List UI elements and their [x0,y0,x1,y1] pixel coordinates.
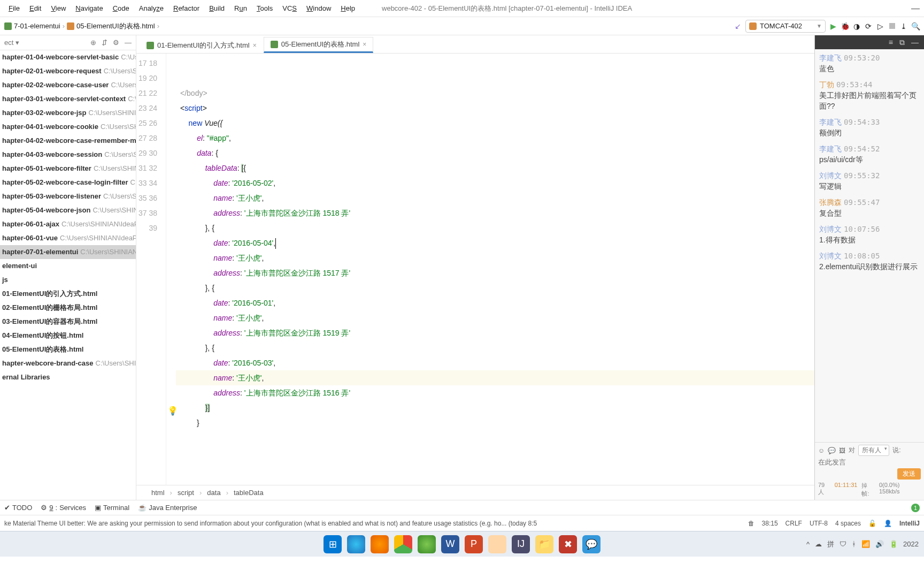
bluetooth-icon[interactable]: ᚼ [852,540,856,548]
menu-edit[interactable]: Edit [25,3,45,13]
chrome-icon[interactable] [394,535,412,553]
clock[interactable]: 2022 [903,540,919,548]
tray-chevron-icon[interactable]: ^ [806,540,810,548]
tree-item[interactable]: hapter-07-01-elementuiC:\Users\SHINIAN\I [0,245,136,259]
readonly-icon[interactable]: 🔓 [868,520,876,527]
locate-icon[interactable]: ⊕ [90,39,96,47]
send-button[interactable]: 发送 [897,468,921,480]
file-encoding[interactable]: UTF-8 [810,520,828,527]
app-icon[interactable] [488,535,506,553]
image-icon[interactable]: 🖼 [839,447,845,454]
chat-input[interactable] [818,456,921,468]
tree-item[interactable]: hapter-05-01-webcore-filterC:\Users\SHIN [0,162,136,176]
gear-icon[interactable]: ⚙ [113,39,119,47]
tree-item[interactable]: 01-ElementUI的引入方式.html [0,287,136,301]
tree-item[interactable]: hapter-06-01-vueC:\Users\SHINIAN\IdeaPro [0,231,136,245]
tree-item[interactable]: hapter-04-01-webcore-cookieC:\Users\SHIN [0,120,136,134]
app2-icon[interactable]: ✖ [559,535,577,553]
minimize-icon[interactable]: — [911,38,919,47]
menu-window[interactable]: Window [302,3,335,13]
menu-navigate[interactable]: Navigate [71,3,107,13]
profile-icon[interactable]: ⟳ [864,22,873,31]
tree-item[interactable]: element-ui [0,259,136,273]
line-gutter[interactable]: 17 18 19 20 21 22 23 24 25 26 27 28 29 3… [136,54,166,485]
defender-icon[interactable]: 🛡 [840,540,846,548]
fold-gutter[interactable] [166,54,176,485]
onedrive-icon[interactable]: ☁ [815,540,822,548]
tree-item[interactable]: js [0,273,136,287]
todo-tool[interactable]: ✔ TODO [4,504,32,512]
menu-tools[interactable]: Tools [252,3,277,13]
network-icon[interactable]: 📶 [861,540,870,548]
popout-icon[interactable]: ⧉ [899,38,905,47]
emoji-icon[interactable]: ☺ [818,447,825,454]
close-icon[interactable]: × [253,42,257,49]
tab-file-2[interactable]: 05-ElementUI的表格.html × [264,37,374,53]
breadcrumb-file[interactable]: 05-ElementUI的表格.html [76,21,155,31]
tree-item[interactable]: hapter-04-03-webcore-sessionC:\Users\SHI [0,148,136,162]
collapse-icon[interactable]: ⇵ [102,39,107,47]
menu-help[interactable]: Help [336,3,359,13]
close-icon[interactable]: × [363,41,366,48]
tree-item[interactable]: hapter-05-04-webcore-jsonC:\Users\SHINIA [0,203,136,217]
messaging-icon[interactable]: 💬 [582,535,600,553]
menu-vcs[interactable]: VCS [278,3,301,13]
services-tool[interactable]: ⚙ 9: Services [41,504,86,512]
input-icon[interactable]: 拼 [827,539,834,549]
menu-analyze[interactable]: Analyze [135,3,168,13]
tree-item[interactable]: hapter-06-01-ajaxC:\Users\SHINIAN\IdeaPr [0,217,136,231]
globe-icon[interactable] [418,535,436,553]
start-button[interactable]: ⊞ [324,535,342,553]
inspection-icon[interactable]: 👤 [884,520,892,527]
line-separator[interactable]: CRLF [786,520,802,527]
tree-item[interactable]: hapter-02-02-webcore-case-userC:\Users\S [0,78,136,92]
menu-run[interactable]: Run [230,3,251,13]
tree-item[interactable]: 03-ElementUI的容器布局.html [0,315,136,329]
indent-config[interactable]: 4 spaces [835,520,861,527]
hide-icon[interactable]: — [125,39,132,47]
intellij-icon[interactable]: IJ [512,535,530,553]
tree-item[interactable]: hapter-05-03-webcore-listenerC:\Users\SH [0,189,136,203]
caret-position[interactable]: 38:15 [762,520,778,527]
menu-view[interactable]: View [47,3,70,13]
search-icon[interactable]: 🔍 [911,22,920,31]
attach-icon[interactable]: ▷ [876,22,884,31]
minimize-icon[interactable]: — [911,4,920,13]
breadcrumb-folder[interactable]: 7-01-elementui [14,22,60,30]
project-dropdown[interactable]: ect ▾ [4,39,19,47]
bulb-icon[interactable]: 💡 [167,404,178,419]
tab-file-1[interactable]: 01-ElementUI的引入方式.html × [140,37,264,53]
terminal-tool[interactable]: ▣ Terminal [95,504,129,512]
list-icon[interactable]: ≡ [889,38,893,47]
update-icon[interactable]: ⤓ [899,22,908,31]
tree-item[interactable]: ernal Libraries [0,370,136,384]
tree-item[interactable]: hapter-02-01-webcore-requestC:\Users\SH [0,64,136,78]
explorer-icon[interactable]: 📁 [535,535,553,553]
tree-item[interactable]: 02-ElementUI的栅格布局.html [0,301,136,315]
edge-icon[interactable] [347,535,365,553]
coverage-icon[interactable]: ◑ [852,22,861,31]
chat-messages[interactable]: 李建飞09:53:20蓝色丁勃09:53:44美工排好图片前端照着写个页面??李… [815,49,924,442]
debug-icon[interactable]: 🐞 [841,22,849,31]
menu-refactor[interactable]: Refactor [169,3,204,13]
code-editor[interactable]: </body> <script> new Vue({ el: "#app", d… [176,54,814,485]
java-ee-tool[interactable]: ☕ Java Enterprise [138,504,197,512]
tree-item[interactable]: 05-ElementUI的表格.html [0,343,136,356]
run-config-dropdown[interactable]: TOMCAT-402 ▼ [745,20,826,33]
battery-icon[interactable]: 🔋 [889,540,898,548]
project-tree[interactable]: hapter-01-04-webcore-servlet-basicC:\Use… [0,50,136,500]
chat-target-dropdown[interactable]: 所有人 [858,445,889,456]
word-icon[interactable]: W [441,535,459,553]
tree-item[interactable]: hapter-05-02-webcore-case-login-filterC:… [0,176,136,189]
menu-code[interactable]: Code [109,3,134,13]
powerpoint-icon[interactable]: P [465,535,483,553]
stop-icon[interactable] [888,22,896,31]
firefox-icon[interactable] [371,535,389,553]
tree-item[interactable]: hapter-03-02-webcore-jspC:\Users\SHINIAN [0,106,136,120]
tree-item[interactable]: 04-ElementUI的按钮.html [0,329,136,343]
run-icon[interactable]: ▶ [829,22,837,31]
tree-item[interactable]: hapter-webcore-brand-caseC:\Users\SHINIA [0,356,136,370]
menu-file[interactable]: File [4,3,24,13]
event-badge[interactable]: 1 [911,504,920,512]
volume-icon[interactable]: 🔊 [875,540,884,548]
